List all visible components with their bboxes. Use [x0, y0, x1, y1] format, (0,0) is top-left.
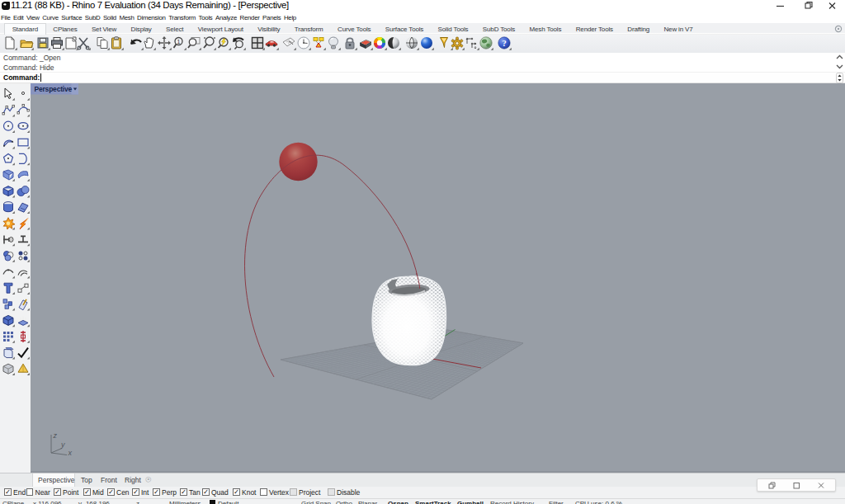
svg-text:z: z: [53, 431, 58, 440]
svg-text:1: 1: [177, 39, 181, 45]
svg-text:Perspective: Perspective: [35, 85, 73, 93]
svg-text:?: ?: [502, 39, 506, 48]
svg-text:x: x: [68, 449, 73, 457]
svg-text:!: !: [318, 44, 319, 48]
svg-text:y: y: [60, 440, 65, 449]
